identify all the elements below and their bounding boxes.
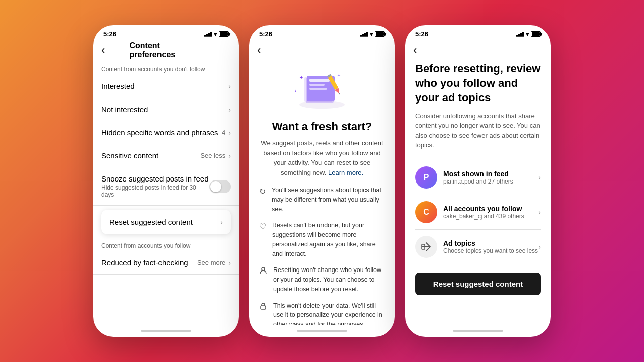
- wifi-icon-2: ▾: [370, 31, 373, 38]
- account-info-1: Most shown in feed pia.in.a.pod and 27 o…: [443, 170, 538, 185]
- list-item-snooze: Snooze suggested posts in feed Hide sugg…: [93, 167, 239, 206]
- info-item-1: ↻ You'll see suggestions about topics th…: [259, 186, 385, 214]
- list-item-hidden-words[interactable]: Hidden specific words and phrases 4 ›: [93, 121, 239, 144]
- reset-suggested-button[interactable]: Reset suggested content: [415, 273, 541, 295]
- ad-topics-icon: [415, 236, 437, 258]
- badge-sensitive: See less: [200, 152, 225, 159]
- item-title-hidden-words: Hidden specific words and phrases: [101, 128, 218, 137]
- phone3-content: Before resetting, review who you follow …: [405, 62, 551, 325]
- list-item-interested[interactable]: Interested ›: [93, 75, 239, 98]
- refresh-icon: ↻: [259, 187, 266, 196]
- status-bar-3: 5:26 ▾: [405, 25, 551, 41]
- svg-rect-4: [309, 79, 330, 82]
- phone-2: 5:26 ▾ ‹: [249, 25, 395, 337]
- nav-header-3: ‹: [405, 41, 551, 62]
- chevron-icon-5: ›: [228, 259, 231, 267]
- illustration: ✦ ✦ ✦: [259, 67, 385, 112]
- info-text-2: Resets can't be undone, but your suggest…: [272, 221, 385, 258]
- back-button-2[interactable]: ‹: [257, 45, 261, 56]
- home-indicator-2: [249, 325, 395, 337]
- chevron-icon-2: ›: [228, 106, 231, 114]
- account-item-all-follow[interactable]: C All accounts you follow cake_baker_cj …: [415, 195, 541, 230]
- account-item-ad-topics[interactable]: Ad topics Choose topics you want to see …: [415, 230, 541, 264]
- review-title: Before resetting, review who you follow …: [415, 62, 541, 105]
- battery-icon-3: [531, 31, 541, 37]
- fresh-start-illustration: ✦ ✦ ✦: [292, 67, 352, 112]
- account-name-2: All accounts you follow: [443, 205, 538, 213]
- item-title-fact-checking: Reduced by fact-checking: [101, 258, 188, 267]
- info-text-3: Resetting won't change who you follow or…: [273, 265, 385, 294]
- info-text-1: You'll see suggestions about topics that…: [272, 186, 385, 214]
- phone-3: 5:26 ▾ ‹ Before resetting, review who yo…: [405, 25, 551, 337]
- info-item-3: Resetting won't change who you follow or…: [259, 265, 385, 294]
- battery-icon: [219, 31, 229, 37]
- account-sub-2: cake_baker_cj and 439 others: [443, 213, 538, 220]
- account-name-1: Most shown in feed: [443, 170, 538, 178]
- section-label-1: Content from accounts you don't follow: [93, 62, 239, 75]
- wifi-icon-3: ▾: [526, 31, 529, 38]
- chevron-account-2: ›: [538, 208, 541, 216]
- status-bar-1: 5:26 ▾: [93, 25, 239, 41]
- svg-text:✦: ✦: [337, 73, 341, 78]
- reset-card-title: Reset suggested content: [109, 218, 193, 226]
- signal-icon: [204, 32, 212, 37]
- svg-text:✦: ✦: [294, 89, 297, 93]
- status-icons-2: ▾: [360, 31, 385, 38]
- chevron-icon-3: ›: [228, 129, 231, 137]
- learn-more-link[interactable]: Learn more.: [328, 169, 363, 176]
- home-indicator-1: [93, 325, 239, 337]
- lock-icon: [259, 302, 267, 312]
- account-item-most-shown[interactable]: P Most shown in feed pia.in.a.pod and 27…: [415, 160, 541, 195]
- chevron-reset: ›: [220, 218, 223, 226]
- person-icon: [259, 266, 267, 277]
- account-info-2: All accounts you follow cake_baker_cj an…: [443, 205, 538, 220]
- item-title-sensitive: Sensitive content: [101, 151, 158, 160]
- wifi-icon: ▾: [214, 31, 217, 38]
- phone-1: 5:26 ▾ ‹ Content preferences Content fro…: [93, 25, 239, 337]
- signal-icon-3: [516, 32, 524, 37]
- status-icons-1: ▾: [204, 31, 229, 38]
- page-title-1: Content preferences: [130, 41, 203, 59]
- avatar-most-shown: P: [415, 166, 437, 189]
- status-bar-2: 5:26 ▾: [249, 25, 395, 41]
- list-item-fact-checking[interactable]: Reduced by fact-checking See more ›: [93, 251, 239, 275]
- badge-fact-checking: See more: [197, 259, 225, 266]
- chevron-icon: ›: [228, 82, 231, 90]
- svg-text:✦: ✦: [299, 75, 303, 80]
- section-label-2: Content from accounts you follow: [93, 238, 239, 251]
- reset-suggested-card[interactable]: Reset suggested content ›: [101, 210, 231, 234]
- avatar-all-follow: C: [415, 201, 437, 223]
- review-desc: Consider unfollowing accounts that share…: [415, 111, 541, 150]
- svg-rect-5: [309, 84, 325, 86]
- chevron-icon-4: ›: [228, 152, 231, 160]
- ad-topics-name: Ad topics: [443, 239, 538, 247]
- status-icons-3: ▾: [516, 31, 541, 38]
- back-button-3[interactable]: ‹: [413, 45, 417, 56]
- svg-rect-15: [261, 306, 266, 309]
- back-button-1[interactable]: ‹: [101, 45, 105, 56]
- list-item-sensitive[interactable]: Sensitive content See less ›: [93, 144, 239, 167]
- item-title-interested: Interested: [101, 82, 135, 90]
- heart-icon: ♡: [259, 222, 266, 231]
- nav-header-1: ‹ Content preferences: [93, 41, 239, 62]
- time-2: 5:26: [259, 30, 272, 38]
- chevron-ad-topics: ›: [538, 243, 541, 251]
- account-info-ad: Ad topics Choose topics you want to see …: [443, 239, 538, 254]
- item-title-not-interested: Not interested: [101, 105, 148, 114]
- time-3: 5:26: [415, 30, 428, 38]
- item-sub-snooze: Hide suggested posts in feed for 30 days: [101, 184, 209, 198]
- info-item-4: This won't delete your data. We'll still…: [259, 301, 385, 325]
- info-item-2: ♡ Resets can't be undone, but your sugge…: [259, 221, 385, 258]
- info-text-4: This won't delete your data. We'll still…: [273, 301, 385, 325]
- account-sub-1: pia.in.a.pod and 27 others: [443, 178, 538, 185]
- avatar-placeholder-1: P: [415, 166, 437, 189]
- avatar-placeholder-2: C: [415, 201, 437, 223]
- fresh-start-desc: We suggest posts, reels and other conten…: [259, 138, 385, 177]
- home-indicator-3: [405, 325, 551, 337]
- item-title-snooze: Snooze suggested posts in feed: [101, 174, 209, 183]
- snooze-toggle[interactable]: [209, 180, 231, 193]
- badge-hidden-words: 4: [222, 129, 225, 136]
- list-item-not-interested[interactable]: Not interested ›: [93, 98, 239, 121]
- signal-icon-2: [360, 32, 368, 37]
- svg-rect-6: [309, 88, 327, 90]
